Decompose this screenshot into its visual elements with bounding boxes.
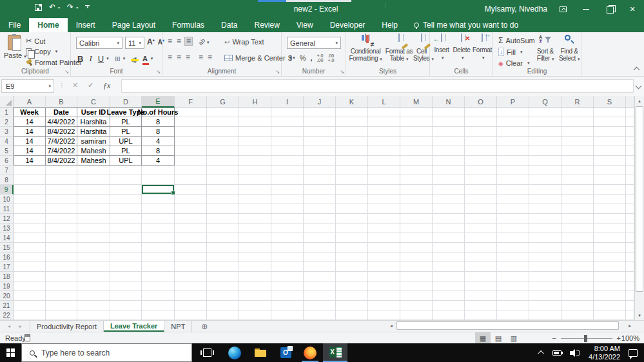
cell-J8[interactable] bbox=[304, 175, 336, 185]
cell-K22[interactable] bbox=[336, 310, 368, 320]
row-header-10[interactable]: 10 bbox=[0, 195, 14, 204]
cell-E11[interactable] bbox=[142, 204, 175, 214]
sheet-next-icon[interactable]: ▸ bbox=[19, 323, 22, 329]
customize-qat-icon[interactable]: ▾ bbox=[85, 5, 90, 9]
cell-L21[interactable] bbox=[368, 301, 400, 310]
cell-B20[interactable] bbox=[46, 291, 77, 301]
cell-H1[interactable] bbox=[239, 108, 271, 117]
cell-G19[interactable] bbox=[207, 281, 239, 291]
cell-J2[interactable] bbox=[304, 117, 336, 127]
delete-cells-button[interactable]: ✕ Delete▾ bbox=[452, 34, 471, 61]
cell-P20[interactable] bbox=[497, 291, 529, 301]
cell-P3[interactable] bbox=[497, 127, 529, 137]
cell-L12[interactable] bbox=[368, 214, 400, 224]
cell-S3[interactable] bbox=[594, 127, 626, 137]
cell-C7[interactable] bbox=[77, 166, 110, 175]
cell-J1[interactable] bbox=[304, 108, 336, 117]
cell-H16[interactable] bbox=[239, 252, 271, 262]
wrap-text-button[interactable]: ↩Wrap Text bbox=[224, 38, 264, 46]
scroll-up-icon[interactable]: ▴ bbox=[635, 96, 644, 106]
cell-L6[interactable] bbox=[368, 156, 400, 166]
row-header-1[interactable]: 1 bbox=[0, 108, 14, 117]
cell-O1[interactable] bbox=[465, 108, 497, 117]
cell-O7[interactable] bbox=[465, 166, 497, 175]
undo-button[interactable]: ↶ bbox=[49, 3, 55, 11]
cell-P13[interactable] bbox=[497, 224, 529, 233]
align-center-button[interactable]: ≡ bbox=[175, 53, 182, 61]
alignment-dialog-launcher[interactable]: ↘ bbox=[275, 69, 280, 75]
cell-R12[interactable] bbox=[561, 214, 594, 224]
column-header-S[interactable]: S bbox=[594, 96, 626, 108]
cell-partial6[interactable] bbox=[626, 156, 634, 166]
cell-R4[interactable] bbox=[561, 137, 594, 146]
cell-G17[interactable] bbox=[207, 262, 239, 272]
cell-I6[interactable] bbox=[271, 156, 304, 166]
cell-C15[interactable] bbox=[77, 243, 110, 252]
cell-M10[interactable] bbox=[400, 195, 433, 204]
scroll-right-icon[interactable]: ▸ bbox=[625, 321, 634, 330]
cell-Q11[interactable] bbox=[529, 204, 561, 214]
cell-C22[interactable] bbox=[77, 310, 110, 320]
cell-B21[interactable] bbox=[46, 301, 77, 310]
font-color-button[interactable]: A bbox=[142, 55, 148, 62]
cell-S19[interactable] bbox=[594, 281, 626, 291]
cell-I18[interactable] bbox=[271, 272, 304, 281]
cell-F8[interactable] bbox=[175, 175, 207, 185]
row-header-22[interactable]: 22 bbox=[0, 310, 14, 320]
cell-P7[interactable] bbox=[497, 166, 529, 175]
cell-F15[interactable] bbox=[175, 243, 207, 252]
cell-Q17[interactable] bbox=[529, 262, 561, 272]
font-family-select[interactable]: Calibri▾ bbox=[76, 37, 122, 49]
cell-Q14[interactable] bbox=[529, 233, 561, 243]
cell-I1[interactable] bbox=[271, 108, 304, 117]
cell-B5[interactable]: 7/4/2022 bbox=[46, 146, 77, 156]
cell-R10[interactable] bbox=[561, 195, 594, 204]
cell-S1[interactable] bbox=[594, 108, 626, 117]
cell-partial11[interactable] bbox=[626, 204, 634, 214]
cell-I21[interactable] bbox=[271, 301, 304, 310]
cell-S16[interactable] bbox=[594, 252, 626, 262]
cell-A11[interactable] bbox=[14, 204, 46, 214]
cell-K2[interactable] bbox=[336, 117, 368, 127]
cell-F17[interactable] bbox=[175, 262, 207, 272]
cell-N20[interactable] bbox=[433, 291, 465, 301]
cell-H2[interactable] bbox=[239, 117, 271, 127]
cell-N16[interactable] bbox=[433, 252, 465, 262]
save-icon[interactable] bbox=[35, 4, 42, 11]
cell-E15[interactable] bbox=[142, 243, 175, 252]
cell-N5[interactable] bbox=[433, 146, 465, 156]
row-header-20[interactable]: 20 bbox=[0, 291, 14, 301]
cell-G12[interactable] bbox=[207, 214, 239, 224]
cell-Q8[interactable] bbox=[529, 175, 561, 185]
battery-icon[interactable] bbox=[552, 350, 561, 356]
cell-O13[interactable] bbox=[465, 224, 497, 233]
cell-G16[interactable] bbox=[207, 252, 239, 262]
cell-Q4[interactable] bbox=[529, 137, 561, 146]
cell-P1[interactable] bbox=[497, 108, 529, 117]
cell-B14[interactable] bbox=[46, 233, 77, 243]
cell-Q9[interactable] bbox=[529, 185, 561, 195]
cell-I16[interactable] bbox=[271, 252, 304, 262]
cell-A15[interactable] bbox=[14, 243, 46, 252]
cell-R13[interactable] bbox=[561, 224, 594, 233]
cell-A5[interactable]: 14 bbox=[14, 146, 46, 156]
expand-formula-bar-icon[interactable] bbox=[636, 83, 642, 90]
cell-Q15[interactable] bbox=[529, 243, 561, 252]
cell-E8[interactable] bbox=[142, 175, 175, 185]
row-header-4[interactable]: 4 bbox=[0, 137, 14, 146]
tell-me-box[interactable]: Tell me what you want to do bbox=[414, 18, 518, 32]
font-size-select[interactable]: 11▾ bbox=[125, 37, 144, 49]
cell-M20[interactable] bbox=[400, 291, 433, 301]
cell-H5[interactable] bbox=[239, 146, 271, 156]
row-header-2[interactable]: 2 bbox=[0, 117, 14, 127]
page-break-view-button[interactable]: ▥ bbox=[506, 332, 522, 344]
vertical-scrollbar-thumb[interactable] bbox=[636, 106, 643, 292]
cell-O2[interactable] bbox=[465, 117, 497, 127]
cell-K6[interactable] bbox=[336, 156, 368, 166]
cell-partial9[interactable] bbox=[626, 185, 634, 195]
cell-G7[interactable] bbox=[207, 166, 239, 175]
cell-P6[interactable] bbox=[497, 156, 529, 166]
cell-R15[interactable] bbox=[561, 243, 594, 252]
cell-O22[interactable] bbox=[465, 310, 497, 320]
cell-P18[interactable] bbox=[497, 272, 529, 281]
